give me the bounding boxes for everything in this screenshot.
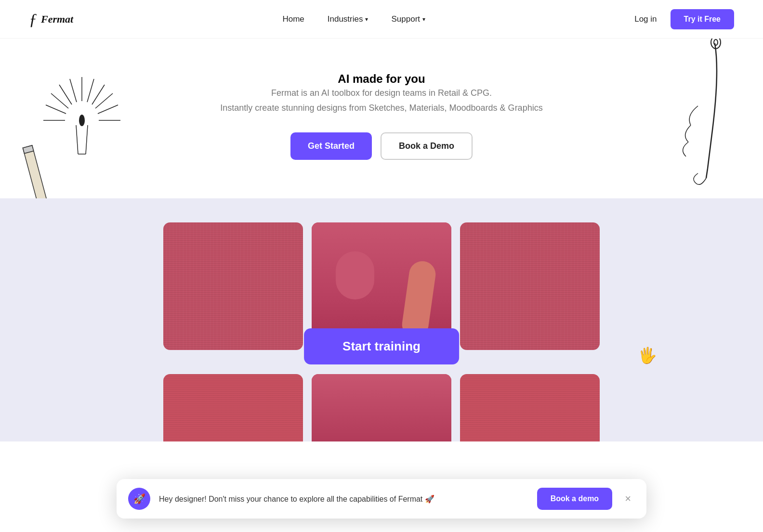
deco-pencil xyxy=(19,135,67,198)
start-training-button[interactable]: Start training xyxy=(304,328,459,364)
grid-image-4 xyxy=(163,374,303,441)
logo-text: Fermat xyxy=(41,13,73,26)
cursor-hand-icon: 🖐 xyxy=(638,346,657,364)
hero-heading: AI made for you xyxy=(29,72,734,86)
nav-links: Home Industries ▾ Support ▾ xyxy=(282,14,425,24)
svg-line-12 xyxy=(76,125,78,154)
logo-icon: ƒ xyxy=(29,10,37,28)
svg-line-2 xyxy=(92,85,105,104)
logo[interactable]: ƒ Fermat xyxy=(29,10,73,28)
login-link[interactable]: Log in xyxy=(634,14,657,24)
grid-image-1 xyxy=(163,222,303,350)
image-grid-row2 xyxy=(163,374,600,441)
svg-rect-17 xyxy=(23,145,54,198)
svg-line-5 xyxy=(59,85,72,104)
nav-industries[interactable]: Industries ▾ xyxy=(328,14,368,24)
toast-icon: 🚀 xyxy=(128,488,150,510)
nav-support[interactable]: Support ▾ xyxy=(391,14,425,24)
support-chevron-icon: ▾ xyxy=(422,16,425,23)
svg-point-11 xyxy=(79,115,85,126)
hero-section: AI made for you Fermat is an AI toolbox … xyxy=(0,39,763,198)
hero-buttons: Get Started Book a Demo xyxy=(29,132,734,160)
grid-section: Start training 🖐 xyxy=(0,198,763,441)
nav-home[interactable]: Home xyxy=(282,14,304,24)
svg-line-1 xyxy=(87,79,94,102)
try-free-button[interactable]: Try it Free xyxy=(671,9,734,29)
grid-image-5 xyxy=(312,374,451,441)
toast-book-demo-button[interactable]: Book a demo xyxy=(537,488,612,510)
nav-right: Log in Try it Free xyxy=(634,9,734,29)
svg-line-13 xyxy=(86,125,88,154)
svg-point-16 xyxy=(714,39,718,45)
deco-needle xyxy=(652,39,739,197)
svg-line-4 xyxy=(70,79,77,102)
get-started-button[interactable]: Get Started xyxy=(290,132,372,160)
industries-chevron-icon: ▾ xyxy=(365,16,368,23)
toast-message: Hey designer! Don't miss your chance to … xyxy=(159,494,528,504)
navbar: ƒ Fermat Home Industries ▾ Support ▾ Log… xyxy=(0,0,763,39)
image-grid-row1: Start training xyxy=(163,222,600,350)
hero-subtext: Fermat is an AI toolbox for design teams… xyxy=(29,86,734,115)
toast-notification: 🚀 Hey designer! Don't miss your chance t… xyxy=(117,479,646,519)
toast-close-button[interactable]: × xyxy=(621,491,635,507)
grid-image-3 xyxy=(460,222,600,350)
book-demo-button[interactable]: Book a Demo xyxy=(381,132,473,160)
grid-image-6 xyxy=(460,374,600,441)
svg-line-7 xyxy=(46,105,66,114)
svg-line-8 xyxy=(98,105,118,114)
